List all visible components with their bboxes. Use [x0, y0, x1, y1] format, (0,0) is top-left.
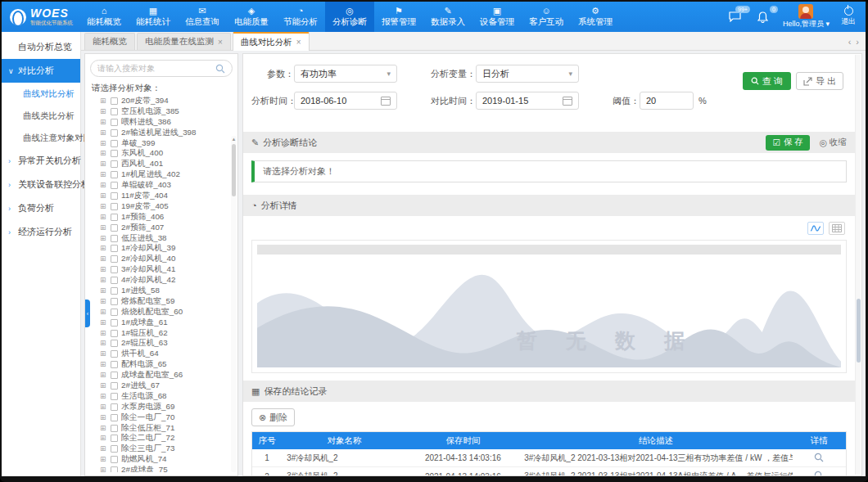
tree-item[interactable]: ⊞ 1#冷却风机_39: [90, 243, 233, 254]
checkbox[interactable]: [111, 382, 118, 390]
tree-item[interactable]: ⊞ 配料电源_65: [90, 359, 233, 370]
expander-icon[interactable]: ⊞: [100, 277, 107, 284]
param-select[interactable]: 有功功率 ▾: [294, 65, 397, 83]
expander-icon[interactable]: ⊞: [100, 171, 107, 178]
tree-item[interactable]: ⊞ 单破_399: [90, 138, 233, 149]
sidebar-item-economic-run[interactable]: › 经济运行分析: [2, 220, 80, 244]
sidebar-item-abnormal-switch[interactable]: › 异常开关机分析: [2, 149, 80, 173]
expander-icon[interactable]: ⊞: [100, 382, 107, 390]
nav-item[interactable]: ◈ 电能质量: [227, 2, 276, 32]
tab-power-quality-monitor[interactable]: 电能质量在线监测 ×: [137, 33, 231, 50]
expander-icon[interactable]: ⊞: [100, 393, 107, 400]
nav-item[interactable]: ✉ 信息查询: [178, 2, 227, 32]
sidebar-subitem[interactable]: 曲线对比分析: [2, 83, 80, 105]
save-button[interactable]: ☑ 保 存: [766, 135, 809, 151]
tree-item[interactable]: ⊞ 除尘一电厂_70: [90, 412, 233, 423]
expander-icon[interactable]: ⊞: [100, 319, 107, 327]
expander-icon[interactable]: ⊞: [100, 309, 107, 316]
checkbox[interactable]: [111, 456, 118, 463]
tree-item[interactable]: ⊞ 2#成球盘_75: [90, 465, 233, 472]
nav-item[interactable]: ☺ 客户互动: [522, 2, 571, 32]
checkbox[interactable]: [111, 266, 118, 273]
tree-item[interactable]: ⊞ 生活电源_68: [90, 391, 233, 402]
tree-item[interactable]: ⊞ 2#冷却风机_40: [90, 254, 233, 264]
sidebar-item-load-analysis[interactable]: › 负荷分析: [2, 196, 80, 220]
user-menu[interactable]: Hello,管理员 ▾: [783, 4, 830, 29]
checkbox[interactable]: [111, 150, 118, 157]
expander-icon[interactable]: ⊞: [100, 414, 107, 421]
checkbox[interactable]: [111, 97, 118, 105]
tree-item[interactable]: ⊞ 1#预筛_406: [90, 212, 233, 223]
expander-icon[interactable]: ⊞: [100, 214, 107, 221]
expander-icon[interactable]: ⊞: [100, 435, 107, 442]
tab-scroll-left-icon[interactable]: ‹: [848, 37, 852, 47]
expander-icon[interactable]: ⊞: [100, 224, 107, 232]
tree-item[interactable]: ⊞ 焙烧机配电室_60: [90, 307, 233, 318]
tree-item[interactable]: ⊞ 除尘低压柜_71: [90, 423, 233, 434]
tree-item[interactable]: ⊞ 熔炼配电室_59: [90, 296, 233, 307]
table-row[interactable]: 1 3#冷却风机_2 2021-04-13 14:03:16 3#冷却风机_2 …: [252, 449, 846, 467]
checkbox[interactable]: [111, 245, 118, 252]
expander-icon[interactable]: ⊞: [100, 203, 107, 210]
close-icon[interactable]: ×: [218, 38, 223, 47]
checkbox[interactable]: [111, 361, 118, 368]
expander-icon[interactable]: ⊞: [100, 245, 107, 252]
expander-icon[interactable]: ⊞: [100, 150, 107, 157]
nav-item[interactable]: ◔ 节能分析: [276, 2, 325, 32]
expander-icon[interactable]: ⊞: [100, 372, 107, 379]
expander-icon[interactable]: ⊞: [100, 456, 107, 463]
sidebar-item-auto-overview[interactable]: 自动分析总览: [2, 35, 80, 59]
nav-item[interactable]: ⌂ 能耗概览: [79, 2, 129, 32]
expander-icon[interactable]: ⊞: [100, 129, 107, 137]
tree-item[interactable]: ⊞ 19#皮带_405: [90, 201, 233, 212]
nav-item[interactable]: ◎ 分析诊断: [325, 2, 374, 32]
tree-item[interactable]: ⊞ 喂料进线_386: [90, 117, 233, 128]
checkbox[interactable]: [111, 108, 118, 115]
tree-item[interactable]: ⊞ 水泵房电源_69: [90, 402, 233, 412]
expander-icon[interactable]: ⊞: [100, 235, 107, 242]
expander-icon[interactable]: ⊞: [100, 266, 107, 273]
sidebar-item-compare-analysis[interactable]: ∨ 对比分析: [2, 59, 80, 83]
expander-icon[interactable]: ⊞: [100, 445, 107, 453]
tree-item[interactable]: ⊞ 2#输送机尾进线_398: [90, 128, 233, 138]
view-detail-magnifier-icon[interactable]: [814, 453, 824, 462]
variable-select[interactable]: 日分析 ▾: [476, 65, 579, 83]
search-input[interactable]: [97, 64, 210, 73]
checkbox[interactable]: [111, 277, 118, 284]
checkbox[interactable]: [111, 287, 118, 295]
tree-item[interactable]: ⊞ 东风机_400: [90, 148, 233, 159]
tree-item[interactable]: ⊞ 20#皮带_394: [90, 96, 233, 106]
checkbox[interactable]: [111, 203, 118, 210]
checkbox[interactable]: [111, 445, 118, 453]
nav-item[interactable]: ✎ 数据录入: [423, 2, 472, 32]
tree-item[interactable]: ⊞ 2#进线_67: [90, 381, 233, 391]
checkbox[interactable]: [111, 119, 118, 126]
nav-item[interactable]: ▣ 设备管理: [472, 2, 522, 32]
export-button[interactable]: 导 出: [796, 72, 843, 90]
checkbox[interactable]: [111, 192, 118, 200]
threshold-input[interactable]: [646, 96, 687, 106]
nav-item[interactable]: ▦ 能耗统计: [129, 2, 178, 32]
sidebar-item-linked-device[interactable]: › 关联设备联控分析: [2, 173, 80, 196]
expander-icon[interactable]: ⊞: [100, 160, 107, 168]
analysis-date-input[interactable]: 2018-06-10: [294, 92, 397, 110]
nav-item[interactable]: ⚑ 报警管理: [374, 2, 423, 32]
tree-item[interactable]: ⊞ 助燃风机_74: [90, 454, 233, 465]
checkbox[interactable]: [111, 160, 118, 168]
expander-icon[interactable]: ⊞: [100, 255, 107, 263]
tree-item[interactable]: ⊞ 单辊破碎_403: [90, 180, 233, 191]
search-icon[interactable]: [215, 64, 225, 74]
tree-scrollbar[interactable]: ▲: [231, 136, 237, 472]
expander-icon[interactable]: ⊞: [100, 192, 107, 200]
tree-item[interactable]: ⊞ 4#冷却风机_42: [90, 275, 233, 286]
expander-icon[interactable]: ⊞: [100, 182, 107, 189]
delete-button[interactable]: ⊗ 删除: [251, 408, 295, 426]
expander-icon[interactable]: ⊞: [100, 466, 107, 472]
checkbox[interactable]: [111, 171, 118, 178]
checkbox[interactable]: [111, 319, 118, 327]
checkbox[interactable]: [111, 309, 118, 316]
tree-item[interactable]: ⊞ 1#机尾进线_402: [90, 169, 233, 180]
tab-energy-overview[interactable]: 能耗概览: [84, 33, 135, 50]
checkbox[interactable]: [111, 340, 118, 347]
tree-item[interactable]: ⊞ 1#成球盘_61: [90, 318, 233, 328]
